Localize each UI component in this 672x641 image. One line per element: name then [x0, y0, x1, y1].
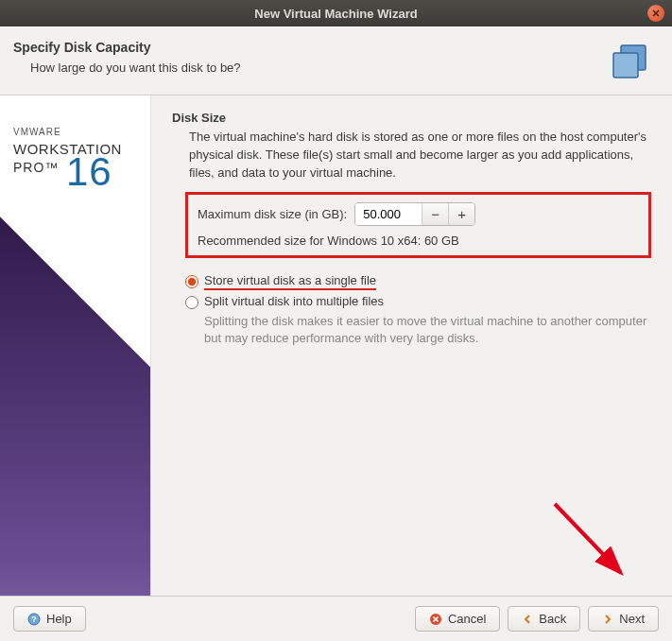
radio-split-files-input[interactable]	[185, 296, 198, 309]
radio-split-files[interactable]: Split virtual disk into multiple files	[185, 294, 651, 309]
recommended-size: Recommended size for Windows 10 x64: 60 …	[198, 234, 639, 248]
cancel-button-label: Cancel	[448, 612, 486, 626]
window-close-button[interactable]	[647, 5, 664, 22]
radio-split-files-label: Split virtual disk into multiple files	[204, 294, 384, 308]
back-button[interactable]: Back	[508, 606, 580, 632]
cancel-button[interactable]: Cancel	[415, 606, 500, 632]
radio-single-file[interactable]: Store virtual disk as a single file	[185, 273, 651, 290]
back-button-label: Back	[539, 612, 566, 626]
stepper-minus-button[interactable]: −	[422, 203, 448, 225]
help-icon: ?	[27, 613, 41, 626]
svg-rect-1	[613, 53, 638, 78]
content-panel: Disk Size The virtual machine's hard dis…	[151, 95, 672, 621]
wizard-body: VMWARE WORKSTATION PRO™ 16 Disk Size The…	[0, 95, 672, 621]
brand-sub: PRO™	[13, 160, 59, 175]
disk-size-highlight: Maximum disk size (in GB): − + Recommend…	[185, 192, 651, 258]
svg-text:?: ?	[31, 615, 37, 624]
close-icon	[652, 9, 660, 17]
wizard-footer: ? Help Cancel Back Next	[0, 596, 672, 641]
sidebar: VMWARE WORKSTATION PRO™ 16	[0, 95, 151, 621]
disk-capacity-icon	[608, 40, 653, 85]
chevron-left-icon	[522, 614, 533, 625]
cancel-icon	[429, 613, 442, 626]
radio-single-file-input[interactable]	[185, 275, 198, 288]
page-title: Specify Disk Capacity	[13, 40, 608, 55]
wizard-header: Specify Disk Capacity How large do you w…	[0, 26, 672, 95]
window-title: New Virtual Machine Wizard	[254, 7, 417, 21]
max-size-input[interactable]	[355, 203, 422, 225]
section-title: Disk Size	[172, 111, 651, 125]
section-description: The virtual machine's hard disk is store…	[189, 129, 651, 182]
help-button[interactable]: ? Help	[13, 606, 86, 632]
brand-block: VMWARE WORKSTATION PRO™ 16	[13, 126, 122, 178]
brand-top: VMWARE	[13, 126, 122, 139]
brand-version: 16	[66, 145, 112, 200]
max-size-label: Maximum disk size (in GB):	[198, 207, 347, 221]
next-button[interactable]: Next	[588, 606, 659, 632]
stepper-plus-button[interactable]: +	[448, 203, 474, 225]
max-size-row: Maximum disk size (in GB): − +	[198, 202, 639, 226]
radio-single-file-label: Store virtual disk as a single file	[204, 273, 376, 290]
page-subtitle: How large do you want this disk to be?	[30, 61, 608, 75]
chevron-right-icon	[602, 614, 613, 625]
split-description: Splitting the disk makes it easier to mo…	[204, 313, 651, 347]
size-stepper: − +	[354, 202, 475, 226]
titlebar: New Virtual Machine Wizard	[0, 0, 672, 26]
sidebar-decor	[0, 217, 151, 621]
next-button-label: Next	[619, 612, 645, 626]
help-button-label: Help	[46, 612, 72, 626]
